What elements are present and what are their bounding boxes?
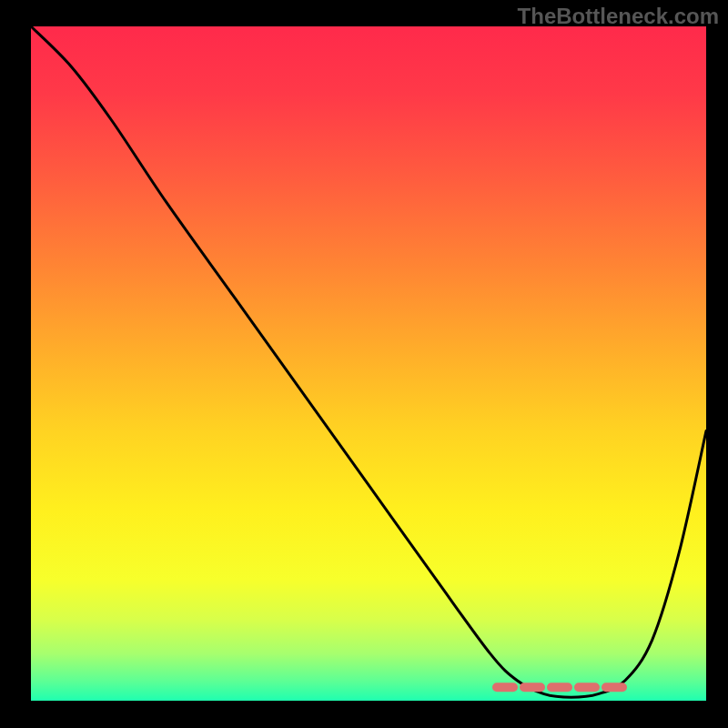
chart-svg [31,26,706,701]
watermark-text: TheBottleneck.com [518,4,719,29]
chart-canvas: TheBottleneck.com [0,0,728,728]
chart-plot-area [31,26,706,701]
gradient-background [31,26,706,701]
